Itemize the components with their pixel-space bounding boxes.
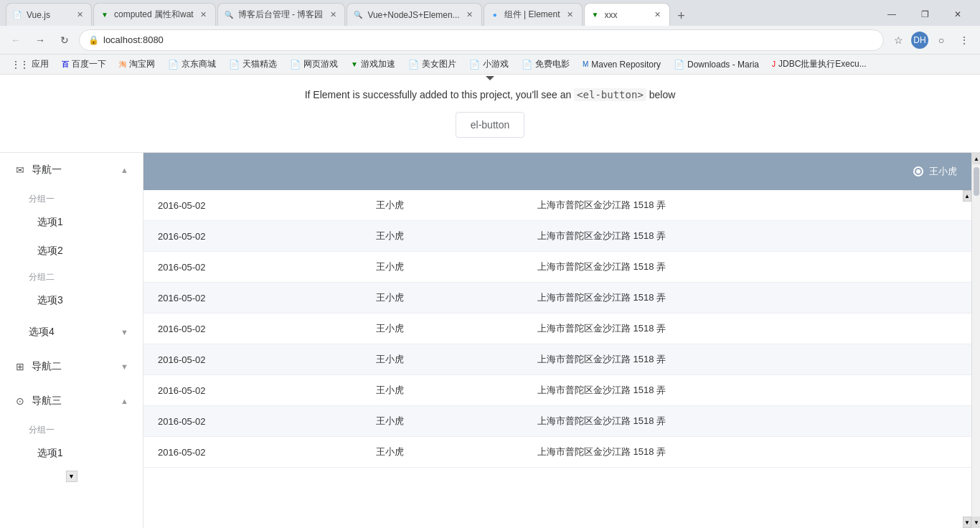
webgame-icon: 📄: [290, 60, 301, 70]
sidebar-item-nav1[interactable]: ✉ 导航一 ▲: [0, 153, 143, 187]
group2-title: 分组二: [0, 265, 143, 286]
outer-scroll-up[interactable]: ▲: [972, 153, 980, 164]
bookmark-label-webgame: 网页游戏: [303, 58, 338, 70]
bookmark-baidu[interactable]: 百 百度一下: [56, 57, 112, 72]
table-container[interactable]: ▲ 2016-05-02 王小虎 上海市普陀区金沙江路 1518 弄 2016-…: [143, 190, 971, 528]
bookmark-apps[interactable]: ⋮⋮ 应用: [6, 57, 55, 72]
bookmark-star-button[interactable]: ☆: [888, 30, 908, 50]
tab-close-element[interactable]: ✕: [565, 9, 576, 21]
bookmark-jd[interactable]: 📄 京东商城: [162, 57, 222, 72]
sidebar-item-nav3[interactable]: ⊙ 导航三 ▲: [0, 384, 143, 418]
cell-date: 2016-05-02: [143, 314, 362, 344]
tab-title-computed: computed 属性和wat: [114, 9, 194, 21]
forward-button[interactable]: →: [30, 30, 50, 50]
scroll-up-button[interactable]: ▲: [963, 190, 971, 202]
baidu-icon: 百: [62, 60, 69, 70]
sidebar-item-option4[interactable]: 选项4 ▼: [0, 315, 143, 349]
tab-vuejs[interactable]: 📄 Vue.js ✕: [6, 3, 92, 26]
tab-close-computed[interactable]: ✕: [198, 9, 209, 21]
bookmark-downloads[interactable]: 📄 Downloads - Maria: [668, 58, 765, 71]
bookmarks-bar: ⋮⋮ 应用 百 百度一下 淘 淘宝网 📄 京东商城 📄 天猫精选 📄 网页游戏 …: [0, 55, 980, 75]
bookmark-webgame[interactable]: 📄 网页游戏: [284, 57, 344, 72]
nav1-chevron: ▲: [121, 166, 128, 174]
grid-icon: ⊞: [14, 361, 26, 372]
tmall-icon: 📄: [229, 60, 240, 70]
bookmark-movie[interactable]: 📄 免费电影: [516, 57, 575, 72]
sidebar-item-option3[interactable]: 选项3: [0, 286, 143, 315]
tab-computed[interactable]: ▼ computed 属性和wat ✕: [93, 3, 216, 26]
tab-title-vue-node: Vue+NodeJS+Elemen...: [367, 10, 459, 20]
nav-actions: ☆ DH ○ ⋮: [888, 30, 974, 50]
cell-date: 2016-05-02: [143, 344, 362, 375]
account-button[interactable]: ○: [931, 30, 951, 50]
tab-close-xxx[interactable]: ✕: [652, 9, 664, 21]
tab-title-vuejs: Vue.js: [27, 10, 70, 20]
nav3-group1-title: 分组一: [0, 418, 143, 439]
profile-button[interactable]: DH: [911, 32, 928, 49]
maximize-button[interactable]: ❐: [908, 3, 941, 26]
bookmark-tmall[interactable]: 📄 天猫精选: [223, 57, 283, 72]
bookmark-girl[interactable]: 📄 美女图片: [402, 57, 462, 72]
bookmark-label-taobao: 淘宝网: [129, 58, 155, 70]
outer-scrollbar[interactable]: ▲ ▼: [971, 153, 980, 528]
sidebar-item-option1[interactable]: 选项1: [0, 208, 143, 237]
option4-label: 选项4: [29, 326, 115, 339]
tab-xxx[interactable]: ▼ xxx ✕: [584, 3, 670, 26]
table-row: 2016-05-02 王小虎 上海市普陀区金沙江路 1518 弄: [143, 190, 971, 221]
tab-close-vue-node[interactable]: ✕: [464, 9, 476, 21]
cell-address: 上海市普陀区金沙江路 1518 弄: [523, 190, 971, 221]
sidebar: ✉ 导航一 ▲ 分组一 选项1 选项2 分组二 选项3 选项4 ▼ ⊞: [0, 153, 143, 528]
nav3-label: 导航三: [32, 395, 115, 407]
tab-close-vuejs[interactable]: ✕: [74, 9, 85, 21]
maven-icon: M: [583, 60, 588, 68]
bookmark-label-tmall: 天猫精选: [242, 58, 277, 70]
tab-blog[interactable]: 🔍 博客后台管理 - 博客园 ✕: [217, 3, 346, 26]
address-bar[interactable]: 🔒 localhost:8080: [79, 29, 884, 51]
outer-scroll-thumb: [974, 167, 979, 196]
cell-date: 2016-05-02: [143, 437, 362, 468]
el-button[interactable]: el-button: [456, 112, 524, 138]
tab-title-blog: 博客后台管理 - 博客园: [238, 9, 324, 21]
apps-icon: ⋮⋮: [11, 60, 29, 70]
close-button[interactable]: ✕: [941, 3, 974, 26]
tab-element[interactable]: ● 组件 | Element ✕: [484, 3, 583, 26]
cell-address: 上海市普陀区金沙江路 1518 弄: [523, 437, 971, 468]
bookmark-gameacc[interactable]: ▼ 游戏加速: [345, 57, 401, 72]
bookmark-minigame[interactable]: 📄 小游戏: [463, 57, 514, 72]
bookmark-maven[interactable]: M Maven Repository: [577, 58, 666, 71]
browser-window: 📄 Vue.js ✕ ▼ computed 属性和wat ✕ 🔍 博客后台管理 …: [0, 0, 980, 528]
nav2-label: 导航二: [32, 360, 115, 373]
back-button[interactable]: ←: [6, 30, 26, 50]
cell-name: 王小虎: [362, 314, 523, 344]
table-row: 2016-05-02 王小虎 上海市普陀区金沙江路 1518 弄: [143, 375, 971, 406]
content-area: 王小虎 ▲ 2016-05-02 王小虎 上海市普陀区金沙江路 1518 弄 2…: [143, 153, 971, 528]
gameacc-icon: ▼: [351, 60, 358, 68]
bookmark-taobao[interactable]: 淘 淘宝网: [113, 57, 161, 72]
sidebar-item-option2[interactable]: 选项2: [0, 237, 143, 265]
outer-scroll-down[interactable]: ▼: [972, 517, 980, 528]
tab-close-blog[interactable]: ✕: [327, 9, 339, 21]
bookmark-label-jd: 京东商城: [182, 58, 216, 70]
url-text: localhost:8080: [103, 34, 875, 45]
minimize-button[interactable]: —: [875, 3, 908, 26]
cell-address: 上海市普陀区金沙江路 1518 弄: [523, 314, 971, 344]
cell-name: 王小虎: [362, 190, 523, 221]
refresh-button[interactable]: ↻: [55, 30, 75, 50]
tab-favicon-vue-node: 🔍: [353, 10, 363, 20]
sidebar-item-nav3-option1[interactable]: 选项1: [0, 439, 143, 468]
sidebar-scroll-down-button[interactable]: ▼: [66, 471, 77, 482]
cell-address: 上海市普陀区金沙江路 1518 弄: [523, 344, 971, 375]
cell-date: 2016-05-02: [143, 406, 362, 437]
cell-date: 2016-05-02: [143, 375, 362, 406]
new-tab-button[interactable]: +: [672, 6, 692, 26]
nav-bar: ← → ↻ 🔒 localhost:8080 ☆ DH ○ ⋮: [0, 26, 980, 55]
bookmark-jdbc[interactable]: J JDBC批量执行Execu...: [766, 57, 872, 72]
cell-name: 王小虎: [362, 375, 523, 406]
menu-button[interactable]: ⋮: [954, 30, 974, 50]
cell-date: 2016-05-02: [143, 252, 362, 283]
scroll-down-button[interactable]: ▼: [963, 517, 971, 528]
table-row: 2016-05-02 王小虎 上海市普陀区金沙江路 1518 弄: [143, 314, 971, 344]
tab-vue-node[interactable]: 🔍 Vue+NodeJS+Elemen... ✕: [347, 3, 481, 26]
sidebar-item-nav2[interactable]: ⊞ 导航二 ▼: [0, 349, 143, 384]
bookmark-label-maven: Maven Repository: [591, 60, 661, 70]
